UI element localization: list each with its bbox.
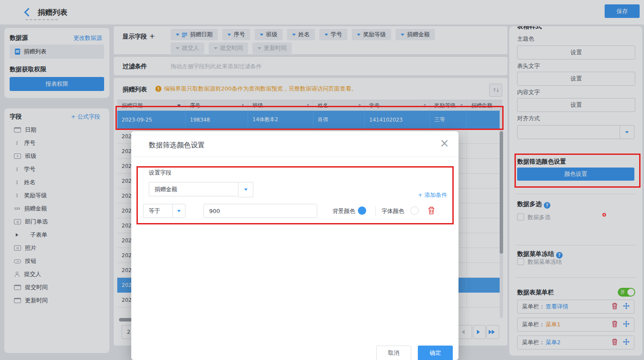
operator-value: 等于 xyxy=(149,207,160,215)
chevron-down-icon xyxy=(244,189,248,192)
ok-button[interactable]: 确定 xyxy=(418,346,453,360)
bg-color-swatch[interactable] xyxy=(358,206,366,215)
field-select[interactable]: 捐赠金额 xyxy=(149,182,238,196)
dialog-title: 数据筛选颜色设置 xyxy=(149,141,205,150)
condition-value-input[interactable] xyxy=(203,204,317,218)
delete-condition-button[interactable] xyxy=(428,206,435,216)
close-icon[interactable]: × xyxy=(438,137,451,150)
dialog-divider xyxy=(131,157,458,157)
cancel-button[interactable]: 取消 xyxy=(376,346,411,360)
font-color-label: 字体颜色 xyxy=(382,207,404,215)
font-color-swatch[interactable] xyxy=(410,206,419,215)
report-builder-app: 捐赠列表 保存 数据源 更改数据源 捐赠列表 数据获取权限 报表权限 字段 + … xyxy=(0,0,644,360)
bg-color-label: 背景颜色 xyxy=(332,207,355,215)
filter-color-dialog: 数据筛选颜色设置 × 设置字段 捐赠金额 + 添加条件 等于 背景颜色 字体颜色… xyxy=(131,131,458,360)
operator-select-arrow[interactable] xyxy=(172,204,185,217)
trash-icon xyxy=(428,206,435,214)
divider xyxy=(375,206,376,216)
operator-select[interactable]: 等于 xyxy=(143,204,186,218)
chevron-down-icon xyxy=(177,210,181,214)
add-condition-link[interactable]: + 添加条件 xyxy=(418,191,447,199)
field-select-arrow[interactable] xyxy=(238,182,253,197)
set-field-label: 设置字段 xyxy=(149,169,172,177)
